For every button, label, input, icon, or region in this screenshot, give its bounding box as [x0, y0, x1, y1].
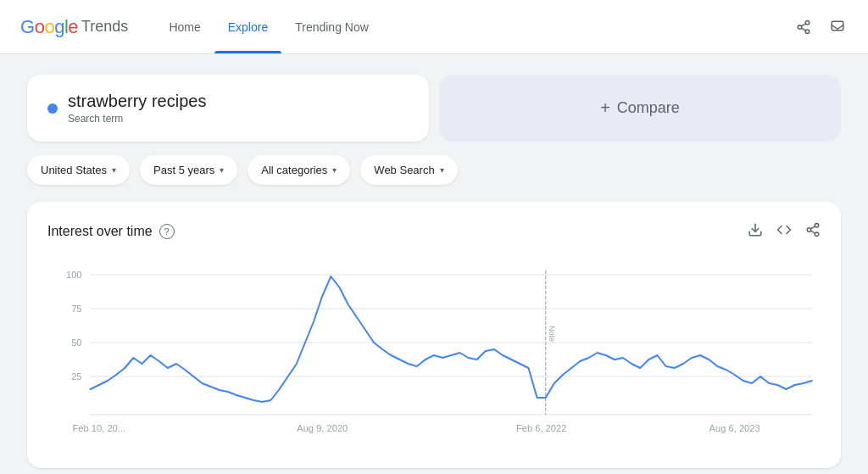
chart-share-icon[interactable]	[805, 222, 821, 241]
chart-container: 100 75 50 25 Note Feb 10, 20... Aug 9, 2…	[47, 258, 821, 448]
region-filter[interactable]: United States ▾	[27, 155, 130, 185]
search-type-filter[interactable]: Web Search ▾	[360, 155, 457, 185]
interest-chart: 100 75 50 25 Note Feb 10, 20... Aug 9, 2…	[47, 258, 821, 444]
compare-label: Compare	[617, 99, 680, 117]
header-actions	[793, 17, 848, 37]
svg-text:25: 25	[71, 371, 81, 382]
code-icon[interactable]	[776, 222, 792, 241]
header: Google Trends Home Explore Trending Now	[0, 0, 868, 54]
svg-line-11	[810, 226, 815, 229]
time-arrow-icon: ▾	[220, 165, 224, 175]
search-type: Search term	[68, 113, 409, 125]
compare-plus-icon: +	[600, 98, 610, 118]
search-text-area: strawberry recipes Search term	[68, 92, 409, 125]
category-arrow-icon: ▾	[332, 165, 337, 175]
time-filter[interactable]: Past 5 years ▾	[140, 155, 237, 185]
svg-text:50: 50	[71, 337, 81, 348]
nav-explore[interactable]: Explore	[214, 0, 281, 53]
search-type-arrow-icon: ▾	[440, 165, 444, 175]
notification-icon[interactable]	[827, 17, 848, 37]
chart-title-area: Interest over time ?	[47, 224, 175, 239]
search-term: strawberry recipes	[68, 92, 409, 111]
svg-text:100: 100	[66, 270, 82, 280]
compare-card[interactable]: + Compare	[439, 75, 841, 142]
region-label: United States	[41, 164, 107, 176]
svg-text:Aug 6, 2023: Aug 6, 2023	[709, 423, 760, 433]
svg-text:Aug 9, 2020: Aug 9, 2020	[297, 423, 348, 433]
nav-trending[interactable]: Trending Now	[281, 0, 382, 53]
region-arrow-icon: ▾	[112, 165, 116, 175]
svg-text:Note: Note	[548, 326, 556, 342]
download-icon[interactable]	[748, 222, 763, 241]
search-dot	[47, 103, 58, 114]
chart-title: Interest over time	[47, 224, 153, 239]
svg-line-10	[810, 231, 815, 233]
svg-text:Feb 6, 2022: Feb 6, 2022	[516, 423, 566, 433]
search-type-label: Web Search	[374, 164, 434, 176]
search-card: strawberry recipes Search term	[27, 75, 429, 142]
help-icon[interactable]: ?	[159, 224, 175, 239]
search-section: strawberry recipes Search term + Compare	[27, 75, 841, 142]
main-nav: Home Explore Trending Now	[155, 0, 381, 53]
google-logo: Google	[20, 16, 78, 38]
filters: United States ▾ Past 5 years ▾ All categ…	[27, 155, 841, 185]
svg-text:Feb 10, 20...: Feb 10, 20...	[73, 423, 126, 433]
svg-line-3	[801, 28, 805, 31]
category-label: All categories	[261, 164, 327, 176]
chart-header: Interest over time ?	[47, 222, 821, 241]
chart-card: Interest over time ?	[27, 202, 841, 468]
main-content: strawberry recipes Search term + Compare…	[0, 54, 868, 474]
nav-home[interactable]: Home	[155, 0, 214, 53]
category-filter[interactable]: All categories ▾	[248, 155, 350, 185]
svg-line-4	[801, 23, 805, 25]
time-label: Past 5 years	[153, 164, 214, 176]
chart-actions	[748, 222, 821, 241]
share-icon[interactable]	[793, 17, 814, 37]
logo-area: Google Trends	[20, 16, 128, 38]
trends-logo: Trends	[81, 18, 128, 36]
svg-text:75: 75	[71, 304, 81, 314]
